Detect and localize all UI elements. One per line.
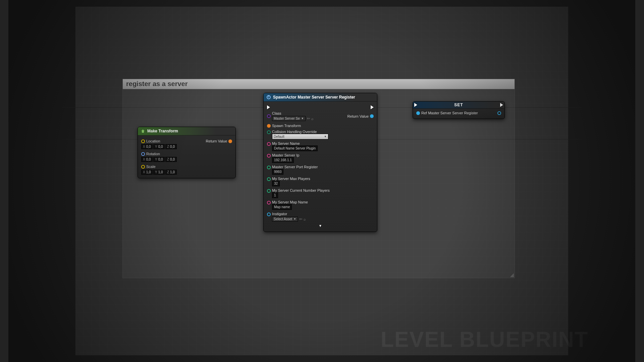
scale-z-field[interactable]: Z1,0 [165, 170, 177, 175]
server-name-field[interactable]: Default Name Server Plugin [272, 145, 318, 151]
pin-label: Spawn Transform [272, 124, 301, 128]
pin-max-players[interactable] [267, 177, 271, 181]
pin-label: Instigator [272, 212, 306, 216]
port-field[interactable]: 9993 [272, 169, 283, 175]
exec-in-pin[interactable] [414, 103, 417, 107]
rot-x-field[interactable]: X0,0 [141, 157, 153, 162]
loc-z-field[interactable]: Z0,0 [165, 144, 177, 149]
node-header[interactable]: Make Transform [138, 127, 235, 135]
node-make-transform[interactable]: Make Transform Location Return Value X0,… [138, 127, 236, 178]
current-players-field[interactable]: 1 [272, 192, 278, 198]
pin-label: Scale [146, 165, 156, 169]
struct-icon [141, 129, 145, 133]
exec-out-pin[interactable] [500, 103, 503, 107]
loc-x-field[interactable]: X0,0 [141, 144, 153, 149]
browse-icon[interactable]: ⌕ [311, 117, 314, 121]
pin-return-value[interactable] [370, 114, 374, 118]
pin-current-players[interactable] [267, 189, 271, 193]
resize-handle[interactable] [510, 273, 514, 277]
pin-class[interactable] [267, 114, 271, 118]
node-title: SpawnActor Master Server Server Register [273, 95, 355, 100]
pin-ref-output[interactable] [497, 111, 501, 115]
browse-icon[interactable]: ⌕ [304, 217, 306, 221]
pin-label: Return Value [347, 114, 369, 118]
exec-in-pin[interactable] [267, 105, 270, 109]
pin-label: Collision Handling Override [272, 130, 328, 134]
pin-map-name[interactable] [267, 201, 271, 204]
arrow-left-icon[interactable]: ⇦ [299, 217, 302, 221]
function-icon [266, 95, 271, 100]
exec-out-pin[interactable] [371, 105, 374, 109]
pin-port[interactable] [267, 166, 271, 169]
scale-x-field[interactable]: X1,0 [141, 170, 153, 175]
instigator-dropdown[interactable]: Select Asset▼ [272, 217, 298, 222]
pin-label: Return Value [206, 139, 227, 143]
pin-location[interactable] [141, 139, 145, 143]
pin-label: Master Server Port Register [272, 165, 318, 169]
scale-y-field[interactable]: Y1,0 [153, 170, 165, 175]
pin-ref-input[interactable] [416, 111, 420, 115]
pin-label: Master Server Ip [272, 153, 299, 157]
pin-collision-override[interactable] [267, 130, 271, 134]
pin-instigator[interactable] [267, 213, 271, 216]
pin-master-ip[interactable] [267, 154, 271, 158]
node-set-variable[interactable]: SET Ref Master Server Server Register [413, 101, 505, 119]
map-name-field[interactable]: Map name [272, 204, 292, 210]
expand-node-icon[interactable]: ▼ [267, 223, 374, 228]
pin-label: Class [272, 111, 314, 115]
node-header[interactable]: SpawnActor Master Server Server Register [264, 93, 377, 102]
class-dropdown[interactable]: Master Server Se▼ [272, 116, 306, 121]
master-ip-field[interactable]: 192.168.1.1 [272, 157, 294, 163]
node-title: Make Transform [147, 129, 178, 133]
pin-return-value[interactable] [228, 139, 232, 143]
pin-label: Location [146, 139, 160, 143]
pin-rotation[interactable] [141, 152, 145, 156]
pin-server-name[interactable] [267, 142, 271, 146]
rot-y-field[interactable]: Y0,0 [153, 157, 165, 162]
pin-label: Rotation [146, 152, 160, 156]
pin-label: My Server Current Number Players [272, 188, 330, 192]
node-title: SET [419, 103, 498, 107]
collision-dropdown[interactable]: Default▼ [272, 134, 328, 139]
pin-label: My Server Name [272, 141, 318, 145]
pin-label: My Server Max Players [272, 177, 310, 181]
pin-spawn-transform[interactable] [267, 124, 271, 128]
pin-label: Ref Master Server Server Register [421, 111, 478, 115]
rot-z-field[interactable]: Z0,0 [165, 157, 177, 162]
comment-title[interactable]: register as a server [123, 79, 515, 89]
max-players-field[interactable]: 32 [272, 181, 280, 186]
arrow-left-icon[interactable]: ⇦ [307, 116, 310, 121]
node-header[interactable]: SET [413, 102, 504, 109]
node-spawn-actor[interactable]: SpawnActor Master Server Server Register… [263, 93, 377, 232]
pin-label: My Server Map Name [272, 200, 308, 204]
graph-watermark: LEVEL BLUEPRINT [381, 327, 588, 352]
loc-y-field[interactable]: Y0,0 [153, 144, 165, 149]
pin-scale[interactable] [141, 165, 145, 169]
